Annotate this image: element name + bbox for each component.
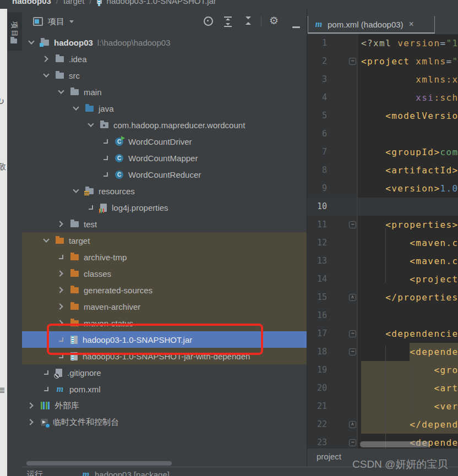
tree-row-archive-tmp[interactable]: archive-tmp — [22, 249, 307, 265]
code-line-15[interactable]: 15 </properties> — [307, 288, 458, 307]
tree-row-maven-status[interactable]: maven-status — [22, 315, 307, 331]
folder-blue-icon — [85, 106, 94, 112]
tree-row-log4j-properties[interactable]: log4j.properties — [22, 199, 307, 216]
chevron-down-icon[interactable] — [72, 105, 80, 112]
tree-row--idea[interactable]: .idea — [22, 51, 307, 67]
code-line-16[interactable]: 16 — [307, 307, 458, 325]
jar-icon — [97, 0, 102, 4]
chevron-down-icon[interactable] — [42, 237, 50, 244]
horizontal-scrollbar[interactable] — [26, 461, 172, 466]
chevron-right-icon[interactable] — [57, 220, 65, 228]
code-line-5[interactable]: 5 <modelVersion>4.0.0 — [307, 107, 458, 125]
breadcrumb-item[interactable]: target — [63, 0, 84, 6]
tree-row--[interactable]: 外部库 — [22, 397, 307, 414]
tree-row-main[interactable]: main — [22, 84, 307, 100]
line-number: 1 — [307, 34, 327, 52]
fold-collapse-icon[interactable] — [349, 330, 356, 337]
tree-row-classes[interactable]: classes — [22, 265, 307, 282]
tree-row-maven-archiver[interactable]: maven-archiver — [22, 298, 307, 315]
chevron-right-icon[interactable] — [57, 319, 65, 327]
gear-icon[interactable]: ⚙ — [269, 17, 279, 26]
chevron-down-icon[interactable] — [87, 121, 95, 129]
code-line-12[interactable]: 12 <maven.compiler.source> — [307, 234, 458, 252]
folder-icon — [70, 89, 79, 95]
tree-item-label: maven-status — [84, 319, 133, 328]
chevron-right-icon[interactable] — [57, 303, 65, 310]
close-icon[interactable]: × — [409, 20, 414, 29]
code-line-10[interactable]: 10 — [307, 198, 458, 216]
run-tab-label[interactable]: hadoop03 [package] — [95, 470, 170, 476]
project-view-selector[interactable]: 项目 — [33, 17, 74, 27]
hide-icon[interactable] — [292, 20, 300, 30]
tree-row-resources[interactable]: resources — [22, 183, 307, 199]
project-tool-window-button[interactable]: 项目 — [7, 12, 22, 51]
expand-all-icon[interactable] — [224, 17, 232, 26]
line-number: 18 — [307, 343, 327, 361]
code-line-1[interactable]: 1<?xml version="1.0" encoding — [307, 34, 458, 52]
tree-row-generated-sources[interactable]: generated-sources — [22, 282, 307, 298]
tree-row-wordcountmapper[interactable]: WordCountMapper — [22, 150, 307, 166]
code-text: <artifactId>hadoop03 — [361, 161, 458, 179]
code-line-14[interactable]: 14 <project.build.sourceEncoding> — [307, 270, 458, 288]
fold-collapse-icon[interactable] — [349, 221, 356, 228]
code-line-22[interactable]: 22 </dependency> — [307, 415, 458, 434]
tree-row-wordcountdriver[interactable]: WordCountDriver — [22, 133, 307, 150]
code-line-18[interactable]: 18 <dependency> — [307, 343, 458, 361]
code-line-17[interactable]: 17 <dependencies> — [307, 325, 458, 343]
fold-collapse-icon[interactable] — [349, 58, 356, 65]
chevron-right-icon[interactable] — [28, 402, 35, 409]
locate-icon[interactable] — [204, 17, 213, 26]
breadcrumb-item[interactable]: hadoop03-1.0-SNAPSHOT.jar — [107, 0, 216, 6]
code-line-7[interactable]: 7 <groupId>com.hadoop — [307, 143, 458, 161]
line-number: 19 — [307, 361, 327, 379]
fold-collapse-icon[interactable] — [349, 439, 356, 446]
code-line-4[interactable]: 4 xsi:schemaLocation=" — [307, 89, 458, 107]
code-line-11[interactable]: 11 <properties> — [307, 216, 458, 234]
tree-item-label: hadoop03-1.0-SNAPSHOT.jar — [83, 335, 192, 344]
tree-item-label: WordCountReducer — [128, 170, 201, 179]
tree-row--gitignore[interactable]: .gitignore — [22, 364, 307, 381]
tree-row-src[interactable]: src — [22, 67, 307, 84]
tree-row-target[interactable]: target — [22, 232, 307, 249]
code-line-21[interactable]: 21 <version> — [307, 397, 458, 415]
chevron-down-icon[interactable] — [42, 72, 50, 79]
chevron-down-icon[interactable] — [57, 88, 65, 96]
code-line-6[interactable]: 6 — [307, 125, 458, 143]
class-run-icon — [115, 138, 123, 146]
editor-horizontal-scrollbar[interactable] — [360, 441, 429, 447]
tree-row--[interactable]: 临时文件和控制台 — [22, 414, 307, 430]
tab-pom-xml[interactable]: pom.xml (hadoop03) × — [308, 16, 435, 34]
breadcrumb-item-project[interactable]: project — [317, 452, 341, 461]
fold-end-icon[interactable] — [349, 294, 356, 301]
collapse-all-icon[interactable] — [244, 17, 252, 26]
chevron-right-icon[interactable] — [42, 55, 50, 63]
fold-end-icon[interactable] — [349, 421, 356, 428]
tree-row-hadoop03-1-0-snapshot-jar-with-dependen[interactable]: hadoop03-1.0-SNAPSHOT-jar-with-dependen — [22, 348, 307, 364]
breadcrumb: hadoop03/target/hadoop03-1.0-SNAPSHOT.ja… — [0, 0, 458, 9]
code-editor[interactable]: 1<?xml version="1.0" encoding2<project x… — [307, 34, 458, 448]
code-line-20[interactable]: 20 <artifactId> — [307, 379, 458, 397]
tree-row-pom-xml[interactable]: pom.xml — [22, 381, 307, 397]
code-line-2[interactable]: 2<project xmlns="http:// — [307, 52, 458, 70]
breadcrumb-item[interactable]: hadoop03 — [12, 0, 51, 6]
code-line-9[interactable]: 9 <version>1.0-SNAPSHOT — [307, 179, 458, 198]
tree-row-java[interactable]: java — [22, 100, 307, 117]
tree-row-test[interactable]: test — [22, 216, 307, 232]
chevron-down-icon[interactable] — [28, 39, 35, 46]
fold-collapse-icon[interactable] — [349, 348, 356, 355]
tree-row-hadoop03-1-0-snapshot-jar[interactable]: hadoop03-1.0-SNAPSHOT.jar — [22, 331, 307, 348]
code-line-19[interactable]: 19 <groupId> — [307, 361, 458, 379]
chevron-right-icon[interactable] — [57, 270, 65, 277]
code-line-8[interactable]: 8 <artifactId>hadoop03 — [307, 161, 458, 179]
chevron-right-icon[interactable] — [28, 418, 35, 426]
tree-row-hadoop03[interactable]: hadoop03l:\hadoop\hadoop03 — [22, 34, 307, 51]
code-line-3[interactable]: 3 xmlns:xsi="http" — [307, 70, 458, 89]
code-text: <maven.compiler.source> — [361, 234, 458, 252]
code-line-13[interactable]: 13 <maven.compiler.target> — [307, 252, 458, 270]
tree-row-com-hadoop-mapreducer-wordcount[interactable]: com.hadoop.mapreducer.wordcount — [22, 117, 307, 133]
chevron-down-icon[interactable] — [72, 187, 80, 195]
chevron-right-icon[interactable] — [57, 286, 65, 294]
maven-icon — [81, 470, 90, 476]
background-glyph: ↻ — [0, 96, 4, 107]
tree-row-wordcountreducer[interactable]: WordCountReducer — [22, 166, 307, 183]
